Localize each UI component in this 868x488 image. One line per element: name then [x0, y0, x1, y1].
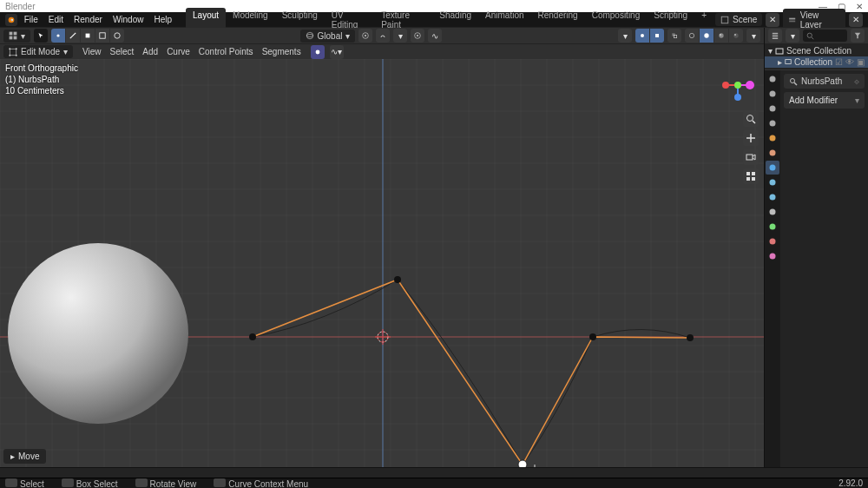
- svg-point-34: [9, 54, 10, 56]
- svg-rect-31: [10, 49, 16, 56]
- pin-icon[interactable]: ⟐: [854, 76, 859, 86]
- viewport-shading-dropdown[interactable]: ▾: [618, 29, 632, 43]
- rendered-mode-button[interactable]: [729, 29, 743, 43]
- svg-point-90: [687, 334, 694, 341]
- snap-type-button[interactable]: ▾: [393, 29, 407, 43]
- normals-options-button[interactable]: ∿▾: [330, 45, 344, 59]
- shading-options-button[interactable]: ▾: [746, 29, 760, 43]
- outliner-tree[interactable]: ▾ Scene Collection ▸ Collection ☑ 👁 ▣: [765, 43, 868, 69]
- normals-button[interactable]: [311, 45, 325, 59]
- svg-rect-13: [100, 33, 105, 38]
- menu-segments[interactable]: Segments: [258, 45, 306, 58]
- menu-select[interactable]: Select: [106, 45, 139, 58]
- editor-type-button[interactable]: ▾: [3, 30, 30, 43]
- eye-icon[interactable]: 👁: [845, 57, 854, 67]
- camera-icon[interactable]: ▣: [857, 57, 865, 67]
- property-tab-render[interactable]: [766, 72, 779, 86]
- outliner-search-input[interactable]: [803, 30, 847, 42]
- show-overlays-button[interactable]: [635, 29, 649, 43]
- property-tab-constraint[interactable]: [766, 205, 779, 219]
- cursor-tool-icon[interactable]: [34, 29, 48, 43]
- status-hint-1: Box Select: [62, 479, 118, 489]
- constraint-icon: [768, 208, 777, 216]
- top-menu-render[interactable]: Render: [69, 13, 108, 26]
- orientation-dropdown[interactable]: Global ▾: [300, 30, 356, 43]
- orientation-label: Global: [318, 31, 343, 41]
- svg-point-102: [746, 81, 754, 89]
- pan-tool-icon[interactable]: [743, 130, 759, 146]
- top-menu-help[interactable]: Help: [148, 13, 177, 26]
- property-tab-output[interactable]: [766, 87, 779, 101]
- pivot-button[interactable]: [358, 29, 372, 43]
- object-select-button[interactable]: [95, 29, 109, 43]
- new-viewlayer-button[interactable]: ✕: [849, 13, 863, 27]
- operator-redo-panel[interactable]: ▸ Move: [3, 449, 46, 464]
- zoom-tool-icon[interactable]: [743, 111, 759, 127]
- viewport-canvas[interactable]: Front Orthographic (1) NurbsPath 10 Cent…: [0, 59, 764, 467]
- property-tab-scene[interactable]: [766, 116, 779, 130]
- top-menu-file[interactable]: File: [19, 13, 43, 26]
- svg-line-132: [794, 82, 797, 85]
- tree-row-scene-collection[interactable]: ▾ Scene Collection: [765, 45, 868, 56]
- mode-dropdown[interactable]: Edit Mode ▾: [3, 45, 73, 58]
- svg-point-128: [770, 224, 776, 230]
- property-tab-modifier[interactable]: [766, 161, 779, 175]
- mouse-icon: [5, 478, 17, 487]
- wireframe-mode-button[interactable]: [685, 29, 699, 43]
- property-tab-material[interactable]: [766, 234, 779, 248]
- property-tab-texture[interactable]: [766, 249, 779, 263]
- chevron-down-icon: ▾: [345, 31, 350, 41]
- blender-logo-icon[interactable]: [5, 14, 17, 26]
- solid-mode-button[interactable]: [700, 29, 713, 43]
- property-tab-data[interactable]: [766, 220, 779, 234]
- snap-button[interactable]: [376, 29, 390, 43]
- menu-add[interactable]: Add: [138, 45, 162, 58]
- property-tab-object[interactable]: [766, 146, 779, 160]
- perspective-toggle-icon[interactable]: [743, 168, 759, 184]
- proportional-type-button[interactable]: ∿: [428, 29, 442, 43]
- outliner-display-mode-button[interactable]: ▾: [786, 29, 799, 43]
- svg-rect-116: [776, 49, 783, 54]
- show-gizmo-button[interactable]: [650, 29, 664, 43]
- outliner-editor-type-button[interactable]: [768, 29, 782, 43]
- svg-point-122: [770, 135, 776, 142]
- scene-selector[interactable]: Scene: [715, 13, 762, 26]
- material-mode-button[interactable]: [714, 29, 728, 43]
- svg-point-85: [8, 243, 188, 424]
- new-scene-button[interactable]: ✕: [766, 13, 779, 27]
- active-object-label: NurbsPath: [801, 76, 842, 86]
- top-menu-window[interactable]: Window: [108, 13, 149, 26]
- chevron-down-icon: ▾: [21, 31, 25, 41]
- checkbox-icon[interactable]: ☑: [835, 57, 843, 67]
- svg-rect-5: [790, 20, 796, 22]
- vertex-select-button[interactable]: [51, 29, 65, 43]
- svg-point-35: [16, 54, 17, 56]
- menu-control-points[interactable]: Control Points: [194, 45, 258, 58]
- face-select-button[interactable]: [81, 29, 95, 43]
- xray-button[interactable]: [667, 29, 681, 43]
- viewport-side-tools: [743, 111, 759, 184]
- property-tab-physics[interactable]: [766, 190, 779, 204]
- property-tab-view[interactable]: [766, 102, 779, 115]
- svg-point-10: [56, 34, 59, 36]
- svg-rect-108: [752, 172, 755, 175]
- outliner-filter-button[interactable]: [851, 29, 865, 43]
- proportional-button[interactable]: [411, 29, 424, 43]
- render-icon: [768, 75, 777, 83]
- properties-breadcrumb[interactable]: NurbsPath ⟐: [784, 74, 865, 89]
- extra-select-button[interactable]: [110, 29, 124, 43]
- svg-line-105: [753, 121, 755, 123]
- add-modifier-button[interactable]: Add Modifier ▾: [784, 92, 865, 109]
- top-menu-edit[interactable]: Edit: [43, 13, 69, 26]
- material-icon: [768, 237, 777, 246]
- camera-view-icon[interactable]: [743, 149, 759, 165]
- tree-row-collection[interactable]: ▸ Collection ☑ 👁 ▣: [765, 56, 868, 68]
- property-tab-world[interactable]: [766, 131, 779, 145]
- menu-view[interactable]: View: [78, 45, 106, 58]
- menu-curve[interactable]: Curve: [162, 45, 194, 58]
- property-tab-particle[interactable]: [766, 175, 779, 189]
- orientation-gizmo[interactable]: [720, 68, 755, 102]
- edge-select-button[interactable]: [66, 29, 80, 43]
- svg-point-126: [770, 195, 776, 201]
- viewport-toolbar: Edit Mode ▾ ViewSelectAddCurveControl Po…: [0, 43, 764, 59]
